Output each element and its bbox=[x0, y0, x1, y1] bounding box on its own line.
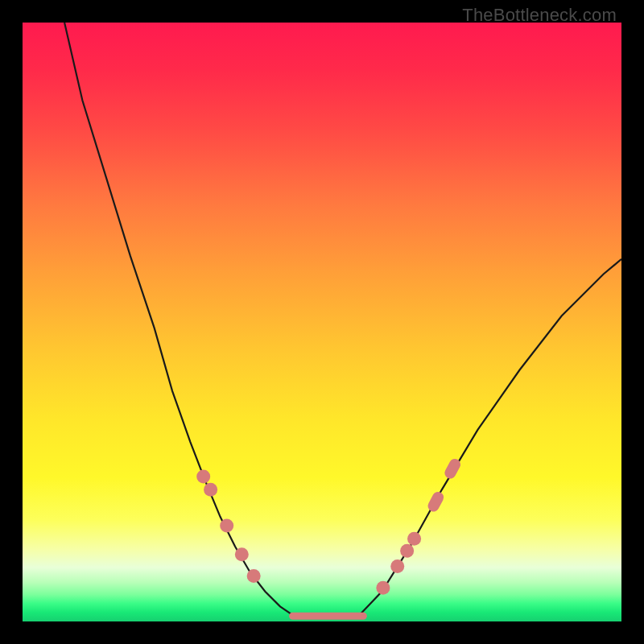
chart-svg bbox=[23, 23, 621, 621]
bead-dot bbox=[376, 581, 390, 595]
chart-plot-area bbox=[23, 23, 621, 621]
bead-dot bbox=[407, 532, 421, 546]
floor-bead-segment bbox=[289, 613, 367, 620]
chart-frame: TheBottleneck.com bbox=[0, 0, 644, 644]
bead-dot bbox=[204, 483, 217, 497]
bead-dot bbox=[196, 469, 210, 483]
bead-dot bbox=[400, 544, 414, 558]
bead-dot bbox=[247, 569, 261, 583]
bead-pill bbox=[426, 489, 446, 514]
bead-dot bbox=[235, 547, 249, 561]
bead-dot bbox=[220, 518, 233, 532]
left-curve bbox=[64, 23, 295, 617]
bead-dot bbox=[390, 559, 404, 573]
